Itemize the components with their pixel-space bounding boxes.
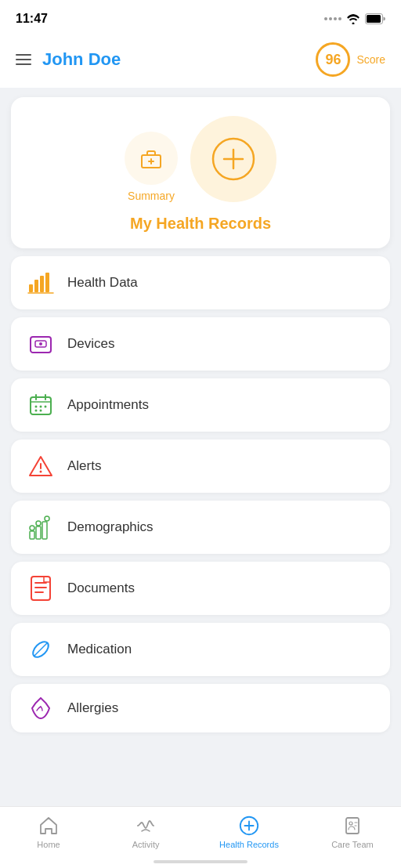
status-time: 11:47 [16,12,48,26]
svg-point-15 [35,410,38,412]
health-records-card: Summary My Health Records [11,97,390,248]
menu-item-demographics[interactable]: Demographics [11,501,390,554]
nav-label-home: Home [37,840,60,849]
svg-rect-6 [40,276,44,292]
menu-item-health-data[interactable]: Health Data [11,256,390,309]
devices-label: Devices [67,336,114,352]
document-icon [27,574,55,602]
calendar-icon [27,391,55,419]
svg-rect-1 [367,15,381,23]
nav-item-care-team[interactable]: Care Team [329,815,376,849]
health-records-title: My Health Records [130,215,271,233]
main-plus-icon [210,136,257,183]
score-value: 96 [325,52,341,68]
svg-point-10 [39,342,42,345]
medication-label: Medication [67,642,132,657]
menu-item-appointments[interactable]: Appointments [11,378,390,432]
summary-label: Summary [128,190,175,202]
main-content: Summary My Health Records Health Data [0,88,401,811]
demographics-label: Demographics [67,519,154,535]
score-circle: 96 [316,42,350,77]
home-icon [38,815,60,837]
status-icons [324,13,385,24]
battery-icon [365,13,385,24]
briefcase-plus-icon [137,144,165,172]
svg-rect-4 [29,284,33,292]
allergies-icon [27,694,55,722]
pill-icon [27,635,55,664]
svg-point-17 [40,471,42,473]
scale-icon [27,330,55,358]
nav-label-health-records: Health Records [219,840,279,849]
alerts-label: Alerts [67,458,101,474]
svg-point-23 [30,526,34,530]
main-plus-circle[interactable] [190,116,276,202]
score-label: Score [356,53,385,66]
care-team-icon [341,815,363,837]
wifi-icon [346,13,360,24]
menu-item-documents[interactable]: Documents [11,562,390,615]
svg-rect-20 [42,522,47,539]
activity-icon [135,815,157,837]
menu-item-medication[interactable]: Medication [11,623,390,676]
score-badge: 96 Score [316,42,385,77]
svg-point-21 [45,516,49,521]
nav-item-home[interactable]: Home [25,815,72,849]
home-indicator [154,860,247,863]
header-left: John Doe [16,49,121,70]
svg-rect-19 [36,526,41,539]
alert-triangle-icon [27,452,55,480]
status-bar: 11:47 [0,0,401,34]
health-data-label: Health Data [67,275,138,291]
menu-item-devices[interactable]: Devices [11,317,390,371]
health-records-nav-icon [238,815,260,837]
svg-rect-5 [34,280,38,292]
svg-point-22 [36,521,41,526]
signal-dots-icon [324,17,341,20]
nav-label-care-team: Care Team [331,840,374,849]
demographics-icon [27,513,55,541]
svg-point-13 [40,406,42,408]
nav-item-health-records[interactable]: Health Records [219,815,279,849]
icons-row: Summary [125,116,276,202]
allergies-label: Allergies [67,700,118,716]
documents-label: Documents [67,580,135,596]
svg-rect-18 [30,531,34,539]
summary-small-circle [125,132,178,185]
svg-rect-24 [31,577,50,600]
svg-rect-7 [45,273,49,292]
bar-chart-icon [27,269,55,297]
summary-icon-wrap[interactable]: Summary [125,132,178,202]
header: John Doe 96 Score [0,34,401,88]
nav-label-activity: Activity [132,840,160,849]
appointments-label: Appointments [67,397,149,413]
svg-point-12 [35,406,38,408]
menu-item-allergies[interactable]: Allergies [11,684,390,732]
bottom-nav: Home Activity Health Records [0,806,401,868]
svg-point-16 [40,410,42,412]
menu-item-alerts[interactable]: Alerts [11,439,390,493]
nav-item-activity[interactable]: Activity [122,815,169,849]
svg-point-14 [45,406,47,408]
user-name: John Doe [42,49,121,70]
menu-button[interactable] [16,54,31,65]
